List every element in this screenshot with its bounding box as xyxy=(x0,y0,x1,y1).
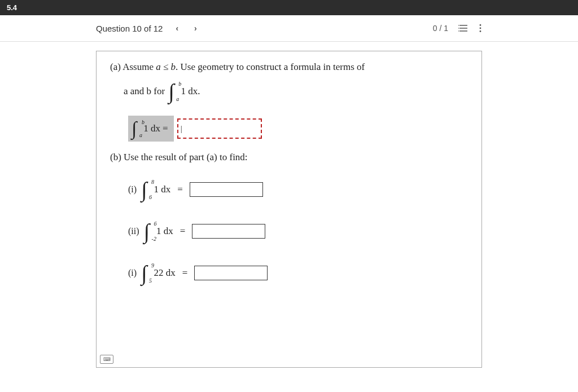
integral-body: 1 dx. xyxy=(181,86,200,97)
next-question-button[interactable]: › xyxy=(191,22,200,34)
integral-body: 22 dx xyxy=(154,267,176,279)
svg-point-5 xyxy=(458,30,459,32)
answer-input-b-iii[interactable] xyxy=(194,266,268,280)
answer-input-b-i[interactable] xyxy=(190,182,263,197)
integral-sign-icon: ∫ xyxy=(144,221,150,242)
integral-sign-icon: ∫ xyxy=(132,119,137,138)
integral-upper: 6 xyxy=(154,221,157,227)
part-a-text-before: (a) Assume xyxy=(110,61,156,72)
part-a-line2: a and b for ∫ b a 1 dx. xyxy=(124,80,468,103)
equals-sign: = xyxy=(177,184,183,195)
part-a-condition: a ≤ b xyxy=(156,61,176,72)
question-counter: Question 10 of 12 xyxy=(96,24,163,33)
keyboard-icon[interactable]: ⌨ xyxy=(100,355,113,364)
svg-point-8 xyxy=(480,30,481,32)
svg-point-3 xyxy=(458,25,459,26)
integral-upper: b xyxy=(142,119,144,125)
equals-sign: = xyxy=(182,267,188,279)
section-header: 5.4 xyxy=(0,0,578,15)
svg-point-4 xyxy=(458,28,459,29)
equals-sign: = xyxy=(163,123,168,134)
integral-lower: 5 xyxy=(149,278,152,284)
integral-sign-icon: ∫ xyxy=(168,81,174,102)
integral-sign-icon: ∫ xyxy=(141,262,147,284)
integral-body: 1 dx xyxy=(156,226,173,237)
answer-input-a[interactable]: | xyxy=(177,118,262,139)
svg-point-7 xyxy=(480,28,481,29)
equals-sign: = xyxy=(180,226,186,237)
prev-question-button[interactable]: ‹ xyxy=(173,22,181,34)
integral-sign-icon: ∫ xyxy=(141,179,147,200)
integral-iii: ∫ 9 5 22 dx xyxy=(141,261,176,285)
content-area: (a) Assume a ≤ b. Use geometry to constr… xyxy=(96,42,482,368)
roman-label: (i) xyxy=(128,184,137,195)
subpart-i: (i) ∫ 8 6 1 dx = xyxy=(128,178,468,201)
integral-lower: a xyxy=(176,96,179,102)
integral-i: ∫ 8 6 1 dx xyxy=(141,178,170,201)
part-a-text-after: . Use geometry to construct a formula in… xyxy=(176,61,365,72)
nav-right: 0 / 1 xyxy=(433,24,482,33)
integral-upper: 9 xyxy=(151,262,154,268)
part-a-answer-row: ∫ b a 1 dx = | xyxy=(110,116,468,142)
answer-label-box: ∫ b a 1 dx = xyxy=(128,116,174,142)
integral-lower: a xyxy=(139,132,142,138)
roman-label: (i) xyxy=(128,268,137,278)
integral-upper: 8 xyxy=(151,179,154,185)
integral-ii: ∫ 6 -2 1 dx xyxy=(144,219,173,243)
integral-body: 1 dx xyxy=(154,184,171,195)
more-menu-icon[interactable] xyxy=(479,24,482,33)
answer-input-b-ii[interactable] xyxy=(192,224,265,239)
integral-upper: b xyxy=(178,81,181,87)
list-icon[interactable] xyxy=(458,24,468,33)
integral-body: 1 dx xyxy=(143,123,160,134)
part-a-line2-text: a and b for xyxy=(124,86,165,97)
cursor: | xyxy=(181,124,182,134)
integral-lower: -2 xyxy=(152,236,156,242)
roman-label: (ii) xyxy=(128,226,139,236)
question-box: (a) Assume a ≤ b. Use geometry to constr… xyxy=(96,51,482,368)
score-display: 0 / 1 xyxy=(433,24,448,33)
nav-left: Question 10 of 12 ‹ › xyxy=(96,22,200,34)
part-a-intro: (a) Assume a ≤ b. Use geometry to constr… xyxy=(110,61,468,73)
question-nav-bar: Question 10 of 12 ‹ › 0 / 1 xyxy=(96,15,482,41)
integral-lower: 6 xyxy=(149,194,152,200)
integral-ab: ∫ b a 1 dx. xyxy=(168,80,200,103)
part-b-title: (b) Use the result of part (a) to find: xyxy=(110,152,468,163)
integral-ab-answer: ∫ b a 1 dx xyxy=(132,118,160,139)
subpart-iii: (i) ∫ 9 5 22 dx = xyxy=(128,261,468,285)
subpart-ii: (ii) ∫ 6 -2 1 dx = xyxy=(128,219,468,243)
svg-point-6 xyxy=(480,24,481,26)
section-number: 5.4 xyxy=(7,3,17,12)
